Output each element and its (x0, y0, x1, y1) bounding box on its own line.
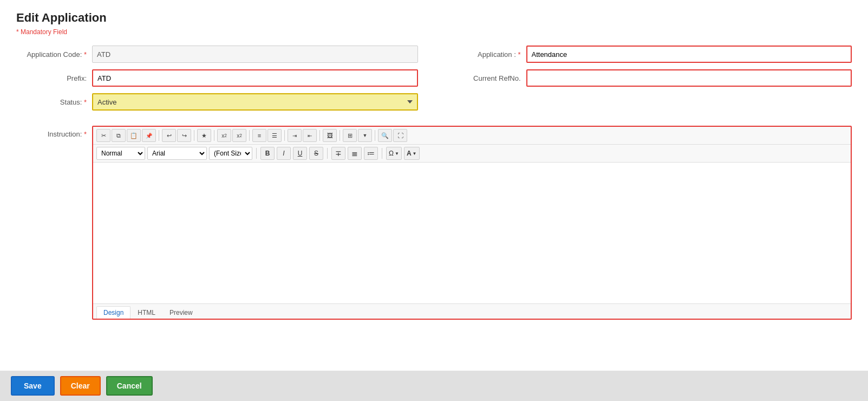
bold-button[interactable]: B (260, 147, 275, 160)
page-title: Edit Application (16, 11, 852, 25)
status-select[interactable]: Active Inactive (92, 93, 418, 111)
format-select[interactable]: Normal Heading 1 Heading 2 Heading 3 (96, 147, 145, 160)
indent-button[interactable]: ⇥ (288, 129, 302, 142)
save-button[interactable]: Save (11, 376, 55, 396)
application-input[interactable] (526, 46, 852, 63)
instruction-label: Instruction: * (16, 126, 92, 138)
strikethrough-button[interactable]: S (309, 147, 323, 160)
font-size-select[interactable]: (Font Size 8 10 12 14 16 18 24 36 (209, 147, 252, 160)
editor-content[interactable] (93, 163, 851, 303)
text-color-button[interactable]: A▼ (404, 147, 420, 160)
tab-preview[interactable]: Preview (162, 306, 200, 319)
align-left-button[interactable]: ∓ (331, 147, 345, 160)
outdent-button[interactable]: ⇤ (303, 129, 317, 142)
status-label: Status: * (16, 98, 92, 106)
special-chars-button[interactable]: Ω▼ (386, 147, 402, 160)
paste-button[interactable]: 📋 (127, 129, 141, 142)
cut-button[interactable]: ✂ (96, 129, 110, 142)
unordered-list-button[interactable]: ☰ (267, 129, 282, 142)
footer-bar: Save Clear Cancel (0, 371, 868, 401)
insert-table-dropdown-button[interactable]: ▼ (358, 129, 372, 142)
current-ref-wrapper (526, 69, 852, 87)
superscript-button[interactable]: x2 (217, 129, 231, 142)
prefix-label: Prefix: (16, 74, 92, 82)
editor-tabs: Design HTML Preview (93, 303, 851, 319)
redo-button[interactable]: ↪ (177, 129, 191, 142)
font-select[interactable]: Arial Times New Roman Verdana Tahoma (147, 147, 207, 160)
italic-button[interactable]: I (277, 147, 291, 160)
align-right-button[interactable]: ≔ (364, 147, 378, 160)
insert-image-button[interactable]: 🖼 (323, 129, 337, 142)
editor-toolbar-top: ✂ ⧉ 📋 📌 ↩ ↪ ★ x2 x2 (93, 127, 851, 145)
align-center-button[interactable]: ≣ (348, 147, 362, 160)
app-code-label: Application Code: * (16, 50, 92, 59)
current-ref-label: Current RefNo. (451, 74, 526, 82)
mandatory-note: * Mandatory Field (16, 28, 852, 36)
insert-table-button[interactable]: ⊞ (343, 129, 357, 142)
underline-button[interactable]: U (293, 147, 307, 160)
clear-button[interactable]: Clear (60, 376, 101, 396)
find-button[interactable]: 🔍 (378, 129, 392, 142)
current-ref-input[interactable] (526, 69, 852, 87)
application-label: Application : * (451, 50, 526, 59)
tab-html[interactable]: HTML (130, 306, 162, 319)
fullscreen-button[interactable]: ⛶ (393, 129, 407, 142)
format-painter-button[interactable]: ★ (197, 129, 211, 142)
ordered-list-button[interactable]: ≡ (252, 129, 266, 142)
cancel-button[interactable]: Cancel (106, 376, 153, 396)
undo-button[interactable]: ↩ (162, 129, 176, 142)
copy-button[interactable]: ⧉ (112, 129, 126, 142)
app-code-input[interactable] (92, 46, 418, 63)
paste-special-button[interactable]: 📌 (142, 129, 156, 142)
prefix-input[interactable] (92, 69, 418, 87)
subscript-button[interactable]: x2 (232, 129, 246, 142)
tab-design[interactable]: Design (96, 306, 130, 319)
editor-toolbar-bottom: Normal Heading 1 Heading 2 Heading 3 Ari… (93, 145, 851, 163)
instruction-editor: ✂ ⧉ 📋 📌 ↩ ↪ ★ x2 x2 (92, 126, 852, 320)
